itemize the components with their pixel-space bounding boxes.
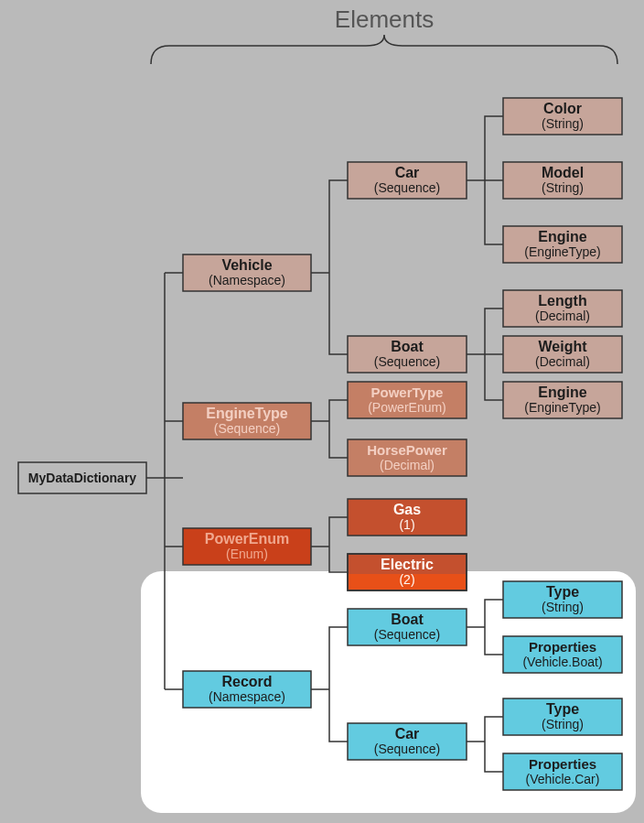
svg-text:Boat: Boat (391, 339, 424, 354)
svg-text:PowerType: PowerType (371, 384, 444, 400)
svg-text:Engine: Engine (538, 229, 586, 244)
diagram-title: Elements (335, 5, 434, 33)
node-boat-weight: Weight (Decimal) (503, 336, 622, 373)
node-boat-engine: Engine (EngineType) (503, 382, 622, 418)
svg-text:(Decimal): (Decimal) (535, 354, 590, 369)
node-car-model: Model (String) (503, 162, 622, 199)
svg-text:Car: Car (395, 726, 420, 742)
node-boat: Boat (Sequence) (348, 336, 467, 373)
svg-text:(Enum): (Enum) (226, 547, 268, 561)
svg-text:Engine: Engine (538, 384, 586, 400)
svg-text:(Sequence): (Sequence) (214, 421, 280, 436)
node-r-car-props: Properties (Vehicle.Car) (503, 753, 622, 790)
svg-text:(Vehicle.Car): (Vehicle.Car) (526, 772, 600, 786)
svg-text:Type: Type (546, 701, 579, 717)
svg-text:(Namespace): (Namespace) (209, 273, 285, 287)
node-mydatadictionary: MyDataDictionary (18, 462, 146, 493)
svg-text:Vehicle: Vehicle (221, 257, 272, 273)
svg-text:MyDataDictionary: MyDataDictionary (28, 471, 136, 485)
bracket-elements (151, 35, 617, 64)
svg-text:Model: Model (542, 165, 584, 180)
svg-text:HorsePower: HorsePower (367, 442, 447, 458)
svg-text:(String): (String) (542, 600, 584, 614)
node-pe-gas: Gas (1) (348, 499, 467, 536)
svg-text:Properties: Properties (529, 639, 596, 655)
svg-text:(Sequence): (Sequence) (374, 627, 440, 642)
svg-text:Boat: Boat (391, 612, 424, 627)
node-pe-electric: Electric (2) (348, 554, 467, 590)
svg-text:EngineType: EngineType (206, 406, 288, 421)
svg-text:Type: Type (546, 584, 579, 600)
node-vehicle: Vehicle (Namespace) (183, 254, 311, 291)
node-r-boat: Boat (Sequence) (348, 609, 467, 645)
svg-text:(Sequence): (Sequence) (374, 180, 440, 195)
svg-text:Record: Record (221, 674, 272, 689)
svg-text:(EngineType): (EngineType) (524, 244, 600, 259)
svg-text:(Sequence): (Sequence) (374, 354, 440, 369)
svg-text:Properties: Properties (529, 756, 596, 772)
node-powerenum: PowerEnum (Enum) (183, 528, 311, 565)
svg-text:PowerEnum: PowerEnum (205, 531, 289, 547)
svg-text:(Vehicle.Boat): (Vehicle.Boat) (522, 655, 602, 669)
svg-text:(String): (String) (542, 717, 584, 731)
diagram-canvas: Elements MyDataDictionary Vehicle (Names… (0, 0, 644, 823)
node-boat-length: Length (Decimal) (503, 290, 622, 327)
svg-text:Color: Color (543, 101, 582, 116)
svg-text:Electric: Electric (381, 557, 434, 572)
svg-text:(1): (1) (399, 517, 414, 532)
svg-text:(String): (String) (542, 180, 584, 195)
svg-text:Length: Length (538, 293, 586, 309)
node-et-powertype: PowerType (PowerEnum) (348, 382, 467, 418)
svg-text:(2): (2) (399, 572, 414, 587)
svg-text:(Sequence): (Sequence) (374, 742, 440, 756)
svg-text:(EngineType): (EngineType) (524, 400, 600, 415)
svg-text:(Decimal): (Decimal) (380, 458, 435, 472)
node-r-car: Car (Sequence) (348, 723, 467, 760)
svg-text:(PowerEnum): (PowerEnum) (368, 400, 446, 415)
svg-text:(Decimal): (Decimal) (535, 309, 590, 323)
node-car: Car (Sequence) (348, 162, 467, 199)
node-et-horsepower: HorsePower (Decimal) (348, 439, 467, 476)
svg-text:(String): (String) (542, 116, 584, 131)
svg-text:Weight: Weight (538, 339, 587, 354)
svg-text:Car: Car (395, 165, 420, 180)
node-r-boat-type: Type (String) (503, 581, 622, 618)
node-r-car-type: Type (String) (503, 698, 622, 735)
node-enginetype: EngineType (Sequence) (183, 403, 311, 439)
svg-text:(Namespace): (Namespace) (209, 689, 285, 704)
svg-text:Gas: Gas (393, 502, 421, 517)
node-record: Record (Namespace) (183, 671, 311, 708)
node-car-color: Color (String) (503, 98, 622, 135)
node-r-boat-props: Properties (Vehicle.Boat) (503, 636, 622, 673)
node-car-engine: Engine (EngineType) (503, 226, 622, 263)
